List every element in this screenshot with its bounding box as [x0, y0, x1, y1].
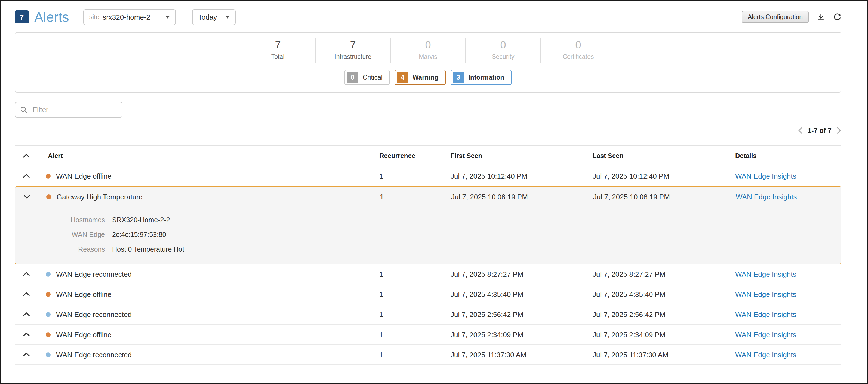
severity-filter-button[interactable]: 3 Information — [450, 70, 511, 85]
expansion-detail-row: Reasons Host 0 Temperature Hot — [15, 242, 841, 257]
site-selector[interactable]: site srx320-home-2 — [83, 9, 176, 25]
time-range-value: Today — [198, 13, 217, 21]
table-row[interactable]: WAN Edge reconnected 1 Jul 7, 2025 8:27:… — [15, 264, 841, 284]
header-alert[interactable]: Alert — [37, 152, 379, 159]
last-seen-value: Jul 7, 2025 11:37:30 AM — [593, 351, 735, 359]
filter-input-wrap — [15, 102, 122, 118]
alerts-count-badge: 7 — [15, 10, 29, 23]
stat-label: Security — [466, 53, 540, 60]
expansion-detail-row: WAN Edge 2c:4c:15:97:53:80 — [15, 228, 841, 242]
wan-edge-insights-link[interactable]: WAN Edge Insights — [735, 290, 796, 298]
row-expand-toggle[interactable] — [15, 272, 37, 276]
detail-label: Reasons — [15, 242, 105, 257]
site-selector-prefix: site — [89, 13, 99, 21]
table-row-group: WAN Edge offline 1 Jul 7, 2025 4:35:40 P… — [15, 284, 841, 304]
prev-page-icon[interactable] — [798, 127, 803, 134]
table-row[interactable]: WAN Edge reconnected 1 Jul 7, 2025 2:56:… — [15, 304, 841, 324]
table-row[interactable]: WAN Edge offline 1 Jul 7, 2025 4:35:40 P… — [15, 284, 841, 304]
table-header-row: Alert Recurrence First Seen Last Seen De… — [15, 145, 841, 166]
top-bar-actions: Alerts Configuration — [742, 11, 841, 23]
wan-edge-insights-link[interactable]: WAN Edge Insights — [735, 330, 796, 338]
header-last-seen[interactable]: Last Seen — [593, 152, 735, 159]
site-selector-value: srx320-home-2 — [102, 13, 150, 21]
pagination-range: 1-7 of 7 — [808, 127, 832, 134]
last-seen-value: Jul 7, 2025 8:27:27 PM — [593, 270, 735, 278]
severity-label: Warning — [408, 73, 443, 81]
alert-name: WAN Edge reconnected — [56, 310, 132, 318]
refresh-icon[interactable] — [833, 13, 841, 21]
page-title: Alerts — [34, 9, 69, 25]
top-bar: 7 Alerts site srx320-home-2 Today Alerts… — [15, 1, 841, 25]
alert-cell: WAN Edge offline — [37, 172, 379, 180]
table-row-group: Gateway High Temperature 1 Jul 7, 2025 1… — [15, 186, 841, 264]
table-row[interactable]: WAN Edge offline 1 Jul 7, 2025 10:12:40 … — [15, 166, 841, 186]
stat-value: 7 — [316, 39, 390, 51]
filter-row — [15, 102, 841, 118]
stat-label: Marvis — [391, 53, 465, 60]
sort-icon[interactable] — [15, 154, 37, 158]
first-seen-value: Jul 7, 2025 10:12:40 PM — [451, 172, 593, 180]
row-expand-toggle[interactable] — [15, 352, 37, 357]
chevron-down-icon — [225, 16, 230, 18]
alert-cell: WAN Edge reconnected — [37, 351, 379, 359]
alerts-table: Alert Recurrence First Seen Last Seen De… — [15, 145, 841, 365]
chevron-up-icon — [23, 332, 30, 336]
wan-edge-insights-link[interactable]: WAN Edge Insights — [735, 270, 796, 278]
alert-cell: WAN Edge offline — [37, 290, 379, 298]
row-expand-toggle[interactable] — [15, 195, 38, 199]
alert-name: WAN Edge offline — [56, 330, 112, 338]
wan-edge-insights-link[interactable]: WAN Edge Insights — [735, 310, 796, 318]
recurrence-value: 1 — [380, 193, 451, 201]
filter-input[interactable] — [32, 105, 117, 114]
chevron-down-icon — [165, 16, 170, 18]
download-icon[interactable] — [817, 13, 825, 21]
severity-dot — [46, 194, 51, 199]
stat-item: 0 Certificates — [540, 38, 616, 63]
chevron-up-icon — [23, 272, 30, 276]
recurrence-value: 1 — [379, 290, 451, 298]
table-row[interactable]: WAN Edge reconnected 1 Jul 7, 2025 11:37… — [15, 345, 841, 364]
next-page-icon[interactable] — [836, 127, 841, 134]
recurrence-value: 1 — [379, 172, 451, 180]
last-seen-value: Jul 7, 2025 10:08:19 PM — [593, 193, 736, 201]
header-recurrence[interactable]: Recurrence — [379, 152, 451, 159]
severity-count-badge: 0 — [347, 71, 359, 83]
row-expand-toggle[interactable] — [15, 174, 37, 178]
last-seen-value: Jul 7, 2025 2:34:09 PM — [593, 330, 735, 338]
alert-name: WAN Edge reconnected — [56, 351, 132, 359]
wan-edge-insights-link[interactable]: WAN Edge Insights — [735, 351, 796, 359]
table-row[interactable]: Gateway High Temperature 1 Jul 7, 2025 1… — [15, 187, 841, 206]
search-icon — [20, 106, 27, 113]
stat-label: Total — [241, 53, 315, 60]
wan-edge-insights-link[interactable]: WAN Edge Insights — [735, 172, 796, 180]
chevron-up-icon — [23, 174, 30, 178]
detail-label: Hostnames — [15, 213, 105, 228]
last-seen-value: Jul 7, 2025 10:12:40 PM — [593, 172, 735, 180]
row-expand-toggle[interactable] — [15, 332, 37, 336]
header-first-seen[interactable]: First Seen — [451, 152, 593, 159]
alert-name: WAN Edge reconnected — [56, 270, 132, 278]
recurrence-value: 1 — [379, 270, 451, 278]
first-seen-value: Jul 7, 2025 2:34:09 PM — [451, 330, 593, 338]
last-seen-value: Jul 7, 2025 4:35:40 PM — [593, 290, 735, 298]
alert-cell: WAN Edge reconnected — [37, 310, 379, 318]
expansion-detail-row: Hostnames SRX320-Home-2-2 — [15, 213, 841, 228]
table-row[interactable]: WAN Edge offline 1 Jul 7, 2025 2:34:09 P… — [15, 325, 841, 344]
detail-value: 2c:4c:15:97:53:80 — [112, 228, 841, 242]
severity-filter-button[interactable]: 4 Warning — [395, 70, 445, 85]
severity-count-badge: 4 — [397, 71, 408, 83]
row-expand-toggle[interactable] — [15, 292, 37, 296]
first-seen-value: Jul 7, 2025 11:37:30 AM — [451, 351, 593, 359]
table-row-group: WAN Edge reconnected 1 Jul 7, 2025 11:37… — [15, 345, 841, 365]
table-row-group: WAN Edge reconnected 1 Jul 7, 2025 2:56:… — [15, 304, 841, 325]
stat-value: 0 — [466, 39, 540, 51]
row-expand-toggle[interactable] — [15, 312, 37, 317]
alerts-table-body: WAN Edge offline 1 Jul 7, 2025 10:12:40 … — [15, 166, 841, 365]
severity-filter-button[interactable]: 0 Critical — [345, 70, 390, 85]
table-row-group: WAN Edge reconnected 1 Jul 7, 2025 8:27:… — [15, 264, 841, 284]
time-range-selector[interactable]: Today — [192, 9, 236, 25]
severity-label: Critical — [359, 73, 388, 81]
severity-dot — [46, 292, 51, 297]
wan-edge-insights-link[interactable]: WAN Edge Insights — [736, 193, 797, 201]
alerts-configuration-button[interactable]: Alerts Configuration — [742, 11, 809, 23]
